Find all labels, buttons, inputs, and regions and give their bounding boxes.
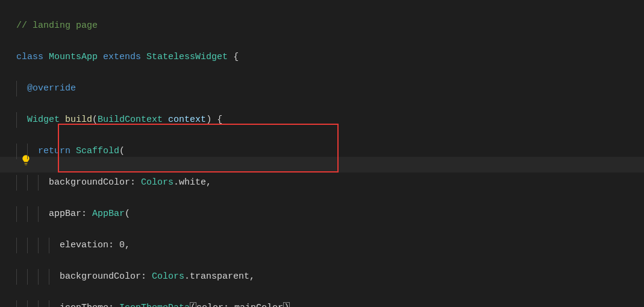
method-name: build — [65, 115, 92, 125]
param-name: context — [163, 115, 206, 125]
return-type: Widget — [27, 115, 60, 125]
paren: ( — [119, 146, 125, 156]
paren: ) { — [206, 115, 222, 125]
annotation: @override — [27, 83, 76, 93]
num-zero: 0 — [119, 240, 125, 250]
widget-scaffold: Scaffold — [76, 146, 119, 156]
paren-open-matched: ( — [190, 302, 196, 307]
widget-appbar: AppBar — [92, 209, 125, 219]
prop-bgcolor: backgroundColor: — [49, 177, 141, 188]
class-name: MountsApp — [49, 52, 98, 62]
color-white: .white, — [174, 177, 211, 188]
brace: { — [228, 52, 239, 62]
keyword-extends: extends — [103, 52, 141, 62]
code-comment: // landing page — [16, 21, 98, 31]
keyword-class: class — [16, 52, 43, 62]
prop-icontheme: iconTheme: — [60, 303, 119, 307]
param-type: BuildContext — [98, 115, 163, 125]
code-editor[interactable]: // landing page class MountsApp extends … — [16, 2, 309, 307]
colors-class: Colors — [141, 177, 174, 188]
comma: , — [125, 240, 130, 250]
color-transparent: .transparent, — [184, 271, 255, 282]
keyword-return: return — [38, 146, 70, 156]
base-class: StatelessWidget — [146, 52, 228, 62]
paren: ( — [92, 115, 98, 125]
prop-elevation: elevation: — [60, 240, 119, 250]
paren: ( — [125, 209, 130, 219]
prop-bgcolor: backgroundColor: — [60, 271, 152, 282]
arg-color: color: mainColor — [196, 303, 283, 307]
widget-iconthemedata: IconThemeData — [119, 303, 190, 307]
paren-close-matched: ) — [283, 302, 290, 307]
prop-appbar: appBar: — [49, 209, 92, 219]
colors-class: Colors — [152, 271, 184, 282]
